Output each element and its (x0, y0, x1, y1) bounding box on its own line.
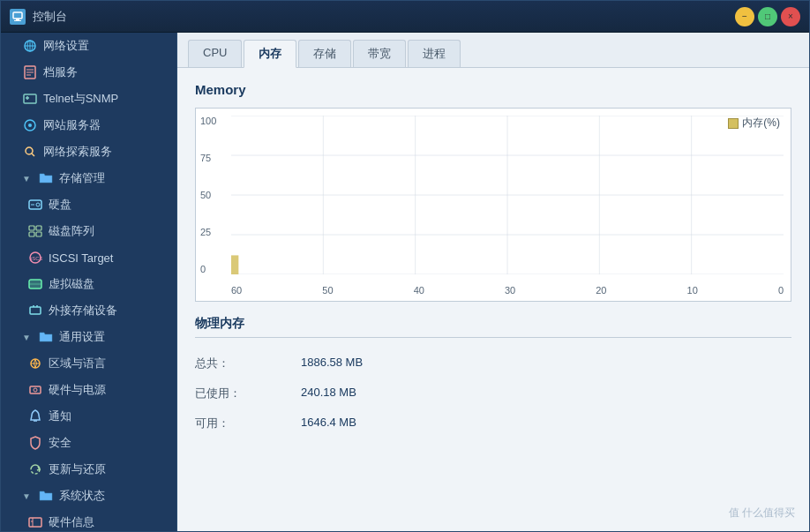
content-inner: Memory 内存(%) 100 75 50 25 (177, 68, 809, 531)
svg-rect-24 (36, 232, 41, 236)
searchsvc-icon (22, 144, 38, 160)
x-axis: 60 50 40 30 20 10 0 (231, 285, 784, 296)
iscsi-icon: iSCSI (27, 250, 43, 266)
tab-mem[interactable]: 内存 (244, 40, 296, 68)
main-layout: 网络设置 档服务 Telnet与SNMP 网站服务器 (1, 33, 809, 531)
vdisk-icon (27, 276, 43, 292)
sidebar-item-iscsi[interactable]: iSCSI ISCSI Target (1, 244, 176, 271)
chart-svg (231, 116, 784, 274)
svg-rect-62 (231, 255, 238, 274)
sidebar-item-ext[interactable]: 外接存储设备 (1, 297, 176, 324)
chart-plot-area: 100 75 50 25 0 (231, 116, 784, 274)
hdd-icon (27, 197, 43, 213)
svg-rect-11 (24, 94, 36, 103)
mem-value-used: 240.18 MB (301, 386, 356, 401)
sidebar-label-storage: 存储管理 (59, 170, 105, 186)
sidebar-label-hwinfo: 硬件信息 (49, 514, 94, 530)
titlebar: 控制台 − □ × (1, 1, 809, 33)
svg-rect-1 (16, 19, 19, 20)
x-label-10: 10 (687, 285, 698, 296)
sidebar-item-network[interactable]: 网络设置 (1, 33, 176, 59)
x-label-0: 0 (778, 285, 784, 296)
file-icon (22, 64, 38, 80)
svg-rect-34 (30, 386, 41, 393)
tab-process[interactable]: 进程 (408, 40, 461, 67)
watermark: 值 什么值得买 (729, 506, 795, 521)
sidebar-item-region[interactable]: 区域与语言 (1, 350, 176, 377)
sidebar-item-vdisk[interactable]: 虚拟磁盘 (1, 271, 176, 297)
sidebar-label-notify: 通知 (49, 408, 71, 424)
tab-storage[interactable]: 存储 (298, 40, 351, 67)
svg-point-35 (34, 388, 37, 392)
tab-bandwidth[interactable]: 带宽 (353, 40, 406, 67)
sidebar-label-sys: 系统状态 (59, 488, 105, 504)
sidebar-item-notify[interactable]: 通知 (1, 403, 176, 430)
triangle-general-icon: ▼ (22, 333, 31, 342)
sidebar-item-file[interactable]: 档服务 (1, 59, 176, 86)
sidebar: 网络设置 档服务 Telnet与SNMP 网站服务器 (1, 33, 177, 531)
maximize-button[interactable]: □ (758, 7, 777, 26)
x-label-60: 60 (231, 285, 242, 296)
sidebar-item-storage-group[interactable]: ▼ 存储管理 (1, 165, 176, 191)
content-area: CPU 内存 存储 带宽 进程 Memory 内存(%) (177, 33, 809, 531)
svg-text:iSCSI: iSCSI (31, 256, 42, 261)
mem-value-avail: 1646.4 MB (301, 416, 356, 431)
y-label-75: 75 (200, 153, 216, 163)
sidebar-label-general: 通用设置 (59, 329, 105, 345)
svg-point-15 (28, 124, 32, 127)
sidebar-item-web[interactable]: 网站服务器 (1, 112, 176, 139)
sidebar-label-vdisk: 虚拟磁盘 (49, 276, 94, 292)
y-label-50: 50 (200, 190, 216, 200)
sidebar-item-security[interactable]: 安全 (1, 430, 176, 456)
telnet-icon (22, 91, 38, 107)
general-folder-icon (38, 329, 54, 345)
mem-row-used: 已使用： 240.18 MB (195, 378, 791, 408)
sidebar-label-region: 区域与语言 (49, 356, 106, 371)
phys-mem-title: 物理内存 (195, 316, 791, 338)
tab-cpu[interactable]: CPU (188, 40, 242, 67)
hw-icon (27, 382, 43, 398)
sidebar-label-hw: 硬件与电源 (49, 382, 106, 398)
window-title: 控制台 (33, 9, 735, 25)
sidebar-item-searchsvc[interactable]: 网络探索服务 (1, 139, 176, 165)
y-label-100: 100 (200, 116, 216, 126)
sidebar-item-hwinfo[interactable]: 硬件信息 (1, 509, 176, 531)
sidebar-label-hdd: 硬盘 (49, 197, 71, 213)
sidebar-item-raid[interactable]: 磁盘阵列 (1, 218, 176, 244)
main-window: 控制台 − □ × 网络设置 档服务 (0, 0, 810, 532)
svg-rect-22 (36, 226, 41, 230)
region-icon (27, 356, 43, 371)
sidebar-item-sys-group[interactable]: ▼ 系统状态 (1, 483, 176, 509)
y-label-0: 0 (200, 264, 216, 274)
hwinfo-icon (27, 514, 43, 530)
x-label-40: 40 (414, 285, 424, 296)
sidebar-label-iscsi: ISCSI Target (49, 251, 113, 265)
svg-line-17 (32, 154, 34, 156)
sidebar-item-hdd[interactable]: 硬盘 (1, 191, 176, 218)
svg-rect-2 (14, 20, 21, 21)
sidebar-label-searchsvc: 网络探索服务 (43, 144, 112, 160)
chart-title: Memory (195, 82, 791, 97)
svg-point-19 (36, 203, 40, 206)
mem-row-avail: 可用： 1646.4 MB (195, 408, 791, 438)
sidebar-item-telnet[interactable]: Telnet与SNMP (1, 86, 176, 112)
update-icon (27, 461, 43, 477)
tab-bar: CPU 内存 存储 带宽 进程 (177, 33, 809, 68)
web-icon (22, 117, 38, 133)
x-label-30: 30 (505, 285, 515, 296)
y-axis: 100 75 50 25 0 (200, 116, 216, 274)
sidebar-item-update[interactable]: 更新与还原 (1, 456, 176, 483)
mem-label-used: 已使用： (195, 386, 301, 401)
minimize-button[interactable]: − (735, 7, 754, 26)
sidebar-item-hw[interactable]: 硬件与电源 (1, 377, 176, 403)
ext-icon (27, 303, 43, 318)
sidebar-label-network: 网络设置 (43, 38, 89, 54)
sidebar-label-telnet: Telnet与SNMP (43, 91, 118, 107)
storage-folder-icon (38, 170, 54, 186)
sidebar-label-raid: 磁盘阵列 (49, 223, 94, 239)
sidebar-label-web: 网站服务器 (43, 117, 101, 133)
sidebar-label-ext: 外接存储设备 (49, 303, 117, 318)
close-button[interactable]: × (781, 7, 800, 26)
mem-value-total: 1886.58 MB (301, 356, 363, 371)
sidebar-item-general-group[interactable]: ▼ 通用设置 (1, 324, 176, 350)
